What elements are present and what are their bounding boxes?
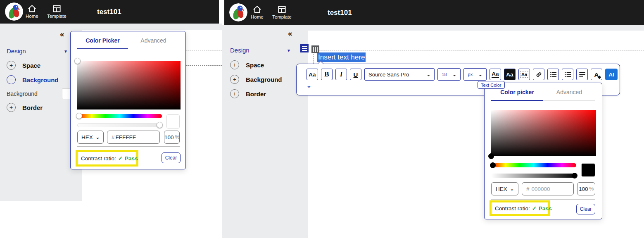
toolbar-expand-chevron[interactable]: ⌄ bbox=[307, 82, 311, 89]
color-picker-popup: Color Picker Advanced HEX ⌄ # FFFFFF bbox=[70, 31, 186, 169]
clear-button[interactable]: Clear bbox=[576, 204, 595, 214]
design-caret-icon[interactable]: ▼ bbox=[64, 49, 68, 54]
bullet-list-icon bbox=[549, 71, 557, 79]
design-sidebar bbox=[222, 25, 308, 238]
nav-template[interactable]: Template bbox=[272, 5, 292, 19]
selected-color-swatch bbox=[166, 114, 180, 129]
collapse-minus-icon[interactable]: − bbox=[7, 75, 16, 84]
sidebar-item-label: Background bbox=[22, 76, 59, 83]
sidebar-item-background[interactable]: − Background bbox=[7, 75, 59, 84]
screenshot-pair: Home Template test101 « Design ▼ + Space bbox=[0, 0, 644, 238]
design-caret-icon[interactable]: ▼ bbox=[287, 48, 291, 53]
font-family-value: Source Sans Pro bbox=[368, 71, 409, 78]
expand-plus-icon[interactable]: + bbox=[230, 60, 239, 69]
tab-advanced[interactable]: Advanced bbox=[128, 37, 179, 49]
link-button[interactable] bbox=[533, 69, 544, 80]
sidebar-collapse-button[interactable]: « bbox=[60, 30, 64, 39]
hue-slider[interactable] bbox=[491, 163, 576, 167]
sidebar-item-space[interactable]: + Space bbox=[230, 60, 264, 69]
opacity-handle[interactable] bbox=[572, 173, 577, 178]
gradient-handle[interactable] bbox=[74, 58, 81, 64]
drag-handle[interactable] bbox=[311, 45, 319, 53]
ai-button[interactable]: AI bbox=[605, 69, 618, 80]
saturation-gradient[interactable] bbox=[77, 61, 181, 109]
align-button[interactable] bbox=[576, 69, 588, 80]
font-family-select[interactable]: Source Sans Pro ⌄ bbox=[364, 68, 435, 81]
sidebar-item-background[interactable]: + Background bbox=[230, 75, 282, 84]
fill-color-button[interactable]: Aa bbox=[504, 69, 516, 80]
expand-plus-icon[interactable]: + bbox=[7, 61, 16, 70]
clear-format-button[interactable]: Aa bbox=[518, 69, 530, 80]
tab-color-picker[interactable]: Color picker bbox=[491, 89, 543, 101]
contrast-ratio-label: Contrast ratio: bbox=[495, 205, 530, 212]
sidebar-section-design[interactable]: Design bbox=[230, 47, 250, 54]
chevron-down-icon: ⌄ bbox=[510, 186, 514, 192]
hex-value-input[interactable]: # FFFFFF bbox=[107, 131, 160, 144]
picker-tabs: Color Picker Advanced bbox=[71, 31, 185, 49]
toolbar-row: Aa B I U Source Sans Pro ⌄ 18 ⌄ px ⌄ Aa … bbox=[297, 64, 620, 81]
clear-format-label: Aa bbox=[520, 71, 528, 78]
app-logo-parrot[interactable] bbox=[5, 2, 23, 21]
bold-button[interactable]: B bbox=[321, 69, 333, 80]
contrast-ratio-label: Contrast ratio: bbox=[81, 155, 116, 162]
font-unit-select[interactable]: px ⌄ bbox=[463, 68, 487, 81]
chevron-down-icon: ⌄ bbox=[478, 72, 482, 77]
block-menu-button[interactable] bbox=[300, 44, 309, 52]
template-icon bbox=[277, 5, 287, 14]
sidebar-item-border[interactable]: + Border bbox=[7, 103, 43, 112]
sidebar-collapse-button[interactable]: « bbox=[288, 29, 292, 38]
template-icon bbox=[52, 5, 62, 13]
tab-color-picker[interactable]: Color Picker bbox=[77, 37, 128, 49]
sidebar-item-label: Border bbox=[246, 90, 266, 98]
parrot-icon bbox=[5, 2, 23, 21]
sidebar-item-label: Space bbox=[22, 62, 40, 69]
contrast-status: Pass bbox=[539, 205, 552, 212]
expand-plus-icon[interactable]: + bbox=[230, 89, 239, 98]
nav-home[interactable]: Home bbox=[251, 5, 264, 19]
clear-button[interactable]: Clear bbox=[162, 152, 181, 163]
hex-value-input[interactable]: # 000000 bbox=[522, 182, 574, 195]
nav-template[interactable]: Template bbox=[47, 5, 67, 19]
text-color-label: Aa bbox=[492, 71, 499, 78]
block-boundary-dashed bbox=[315, 50, 644, 50]
opacity-percent-input[interactable]: 100 % bbox=[164, 131, 180, 144]
home-icon bbox=[252, 5, 262, 14]
opacity-slider[interactable] bbox=[77, 123, 162, 127]
font-edit-button[interactable]: A bbox=[591, 69, 602, 80]
numbered-list-button[interactable] bbox=[562, 69, 573, 80]
sidebar-item-border[interactable]: + Border bbox=[230, 89, 266, 98]
hue-handle[interactable] bbox=[490, 162, 496, 168]
saturation-gradient[interactable] bbox=[491, 110, 596, 156]
gradient-handle[interactable] bbox=[488, 153, 494, 159]
app-logo-parrot[interactable] bbox=[229, 3, 247, 21]
sidebar-item-space[interactable]: + Space bbox=[7, 61, 40, 70]
expand-plus-icon[interactable]: + bbox=[230, 75, 239, 84]
color-format-value: HEX bbox=[81, 134, 93, 140]
bullet-list-button[interactable] bbox=[547, 69, 559, 80]
hue-slider[interactable] bbox=[77, 114, 162, 118]
font-size-value: 18 bbox=[442, 72, 447, 77]
expand-plus-icon[interactable]: + bbox=[7, 103, 16, 112]
fill-color-label: Aa bbox=[506, 71, 513, 78]
opacity-percent-input[interactable]: 100 % bbox=[577, 182, 595, 195]
text-style-button[interactable]: Aa bbox=[307, 69, 318, 80]
selected-text[interactable]: Insert text here bbox=[317, 52, 366, 62]
opacity-slider[interactable] bbox=[491, 174, 576, 178]
tab-advanced[interactable]: Advanced bbox=[543, 89, 595, 101]
color-format-select[interactable]: HEX ⌄ bbox=[491, 182, 518, 195]
color-format-select[interactable]: HEX ⌄ bbox=[77, 131, 104, 144]
opacity-handle[interactable] bbox=[157, 122, 163, 128]
font-size-select[interactable]: 18 ⌄ bbox=[437, 68, 461, 81]
nav-home[interactable]: Home bbox=[26, 5, 38, 19]
underline-button[interactable]: U bbox=[350, 69, 361, 80]
contrast-ratio-highlight: Contrast ratio: ✓ Pass bbox=[490, 200, 550, 216]
sidebar-section-design[interactable]: Design bbox=[7, 48, 26, 55]
picker-divider bbox=[491, 199, 595, 200]
text-color-button[interactable]: Aa bbox=[490, 69, 501, 80]
sidebar-item-label: Background bbox=[246, 76, 282, 83]
picker-divider bbox=[77, 146, 180, 147]
font-unit-value: px bbox=[468, 72, 473, 77]
italic-button[interactable]: I bbox=[335, 69, 347, 80]
underline-label: U bbox=[354, 71, 358, 78]
hue-handle[interactable] bbox=[76, 113, 82, 119]
